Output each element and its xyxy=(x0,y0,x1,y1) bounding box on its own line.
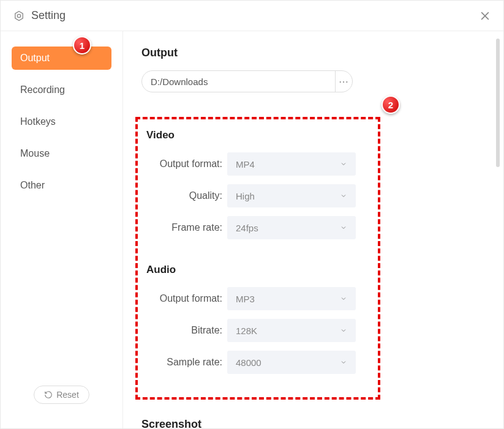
sidebar-item-label: Recording xyxy=(20,84,65,95)
content: Output ⋯ Video Output format: MP4 Qualit… xyxy=(123,31,503,428)
ellipsis-icon: ⋯ xyxy=(339,76,349,88)
output-path-field: ⋯ xyxy=(141,70,353,92)
audio-samplerate-label: Sample rate: xyxy=(141,357,227,368)
body: Output Recording Hotkeys Mouse Other Res… xyxy=(1,31,503,428)
video-output-format-select[interactable]: MP4 xyxy=(227,152,356,176)
sidebar-item-label: Mouse xyxy=(20,148,50,159)
output-section-title: Output xyxy=(141,47,485,59)
video-quality-select[interactable]: High xyxy=(227,184,356,207)
audio-bitrate-label: Bitrate: xyxy=(141,325,227,336)
output-path-input[interactable] xyxy=(142,71,335,92)
chevron-down-icon xyxy=(340,160,347,168)
chevron-down-icon xyxy=(340,327,347,334)
settings-header: Setting xyxy=(1,1,503,31)
select-value: High xyxy=(236,191,255,201)
badge-number: 2 xyxy=(388,100,393,110)
header-left: Setting xyxy=(13,9,66,22)
audio-output-format-select[interactable]: MP3 xyxy=(227,287,356,310)
annotation-badge-2: 2 xyxy=(382,95,400,114)
audio-output-format-label: Output format: xyxy=(141,293,227,304)
video-section-title: Video xyxy=(146,129,369,141)
select-value: MP4 xyxy=(236,159,255,170)
video-framerate-label: Frame rate: xyxy=(141,222,227,233)
reset-button[interactable]: Reset xyxy=(34,386,89,404)
svg-marker-0 xyxy=(15,11,23,20)
select-value: 128K xyxy=(236,326,257,336)
gear-icon xyxy=(13,10,25,22)
audio-output-format-row: Output format: MP3 xyxy=(141,287,369,310)
svg-point-1 xyxy=(17,14,20,17)
sidebar-item-mouse[interactable]: Mouse xyxy=(12,142,111,165)
badge-number: 1 xyxy=(80,40,85,51)
sidebar-item-label: Output xyxy=(20,53,50,63)
chevron-down-icon xyxy=(340,224,347,231)
sidebar-item-output[interactable]: Output xyxy=(12,47,111,70)
sidebar-item-recording[interactable]: Recording xyxy=(12,78,111,102)
video-output-format-label: Output format: xyxy=(141,159,227,170)
chevron-down-icon xyxy=(340,295,347,302)
reset-icon xyxy=(44,390,53,399)
video-framerate-select[interactable]: 24fps xyxy=(227,216,356,239)
scrollbar-thumb[interactable] xyxy=(496,39,500,167)
sidebar-item-other[interactable]: Other xyxy=(12,174,111,197)
chevron-down-icon xyxy=(340,359,347,366)
reset-label: Reset xyxy=(56,390,79,400)
audio-section-title: Audio xyxy=(146,264,369,276)
settings-title: Setting xyxy=(31,9,66,22)
audio-samplerate-row: Sample rate: 48000 xyxy=(141,351,369,374)
screenshot-section-title: Screenshot xyxy=(141,418,485,428)
sidebar-items: Output Recording Hotkeys Mouse Other xyxy=(12,47,111,386)
sidebar-item-label: Hotkeys xyxy=(20,116,56,127)
audio-bitrate-row: Bitrate: 128K xyxy=(141,319,369,342)
highlighted-settings-box: Video Output format: MP4 Quality: High F… xyxy=(135,117,380,400)
chevron-down-icon xyxy=(340,192,347,200)
select-value: 24fps xyxy=(236,223,258,233)
select-value: MP3 xyxy=(236,294,255,304)
audio-bitrate-select[interactable]: 128K xyxy=(227,319,356,342)
annotation-badge-1: 1 xyxy=(73,36,91,54)
select-value: 48000 xyxy=(236,357,261,368)
video-framerate-row: Frame rate: 24fps xyxy=(141,216,369,239)
video-quality-label: Quality: xyxy=(141,190,227,201)
video-output-format-row: Output format: MP4 xyxy=(141,152,369,176)
sidebar-item-label: Other xyxy=(20,180,45,190)
audio-samplerate-select[interactable]: 48000 xyxy=(227,351,356,374)
close-icon[interactable] xyxy=(479,10,491,22)
video-quality-row: Quality: High xyxy=(141,184,369,207)
browse-button[interactable]: ⋯ xyxy=(335,71,352,92)
sidebar-item-hotkeys[interactable]: Hotkeys xyxy=(12,110,111,133)
sidebar: Output Recording Hotkeys Mouse Other Res… xyxy=(1,31,123,428)
scrollbar-track[interactable] xyxy=(496,39,500,418)
